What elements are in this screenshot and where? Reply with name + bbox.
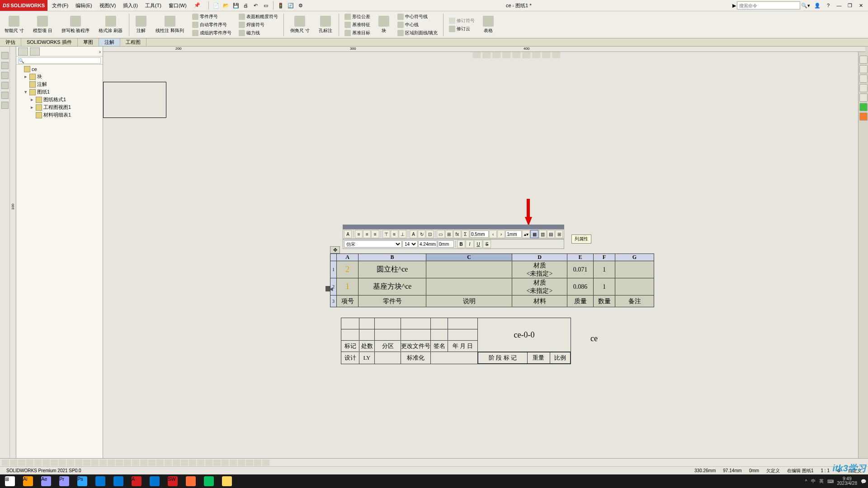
new-icon[interactable]: 📄 xyxy=(212,1,221,10)
table-header-row[interactable]: 3 项号 零件号 说明 材料 质量 数量 备注 xyxy=(330,296,654,307)
cell-note[interactable] xyxy=(615,278,654,296)
traffic-icon[interactable]: 🚦 xyxy=(276,1,285,10)
bt-6-icon[interactable] xyxy=(42,460,50,466)
save-icon[interactable]: 💾 xyxy=(231,1,241,10)
tb-wechat-icon[interactable] xyxy=(201,475,217,487)
tree-tab-feature-icon[interactable] xyxy=(18,47,28,56)
datum-feature-button[interactable]: 基准特征 xyxy=(343,21,372,28)
bt-32-icon[interactable] xyxy=(254,460,261,466)
cell-mass[interactable]: 0.071 xyxy=(567,261,594,278)
strike-icon[interactable]: S xyxy=(483,240,491,248)
bt-31-icon[interactable] xyxy=(246,460,253,466)
bt-9-icon[interactable] xyxy=(67,460,74,466)
merge-icon[interactable]: ▭ xyxy=(437,230,444,238)
bt-14-icon[interactable] xyxy=(108,460,115,466)
menu-window[interactable]: 窗口(W) xyxy=(166,1,189,10)
tb-app2-icon[interactable] xyxy=(110,475,127,487)
col-g[interactable]: G xyxy=(615,254,654,261)
left-tool-4-icon[interactable] xyxy=(1,82,9,89)
cell-qty[interactable]: 1 xyxy=(594,261,615,278)
align-left-icon[interactable]: ≡ xyxy=(355,230,363,238)
menu-file[interactable]: 文件(F) xyxy=(49,1,71,10)
bt-5-icon[interactable] xyxy=(34,460,42,466)
bom-table[interactable]: ✥ ◀◀ A B C D E F G 1 2 圆立柱^ce xyxy=(330,253,654,307)
col-f[interactable]: F xyxy=(594,254,615,261)
bt-22-icon[interactable] xyxy=(173,460,180,466)
table-note-icon[interactable]: A xyxy=(344,230,352,238)
bt-16-icon[interactable] xyxy=(124,460,131,466)
group-balloon-button[interactable]: 成组的零件序号 xyxy=(190,29,233,37)
bt-24-icon[interactable] xyxy=(189,460,196,466)
hdr-mat[interactable]: 材料 xyxy=(512,296,567,307)
table-row[interactable]: 2 1 基座方块^ce 材质 <未指定> 0.086 1 xyxy=(330,278,654,296)
tray-lang2[interactable]: 英 xyxy=(819,478,824,484)
tree-sheet1[interactable]: ▾图纸1 xyxy=(17,88,102,96)
search-play-icon[interactable]: ▶ xyxy=(732,3,736,9)
insert-col-icon[interactable]: ▥ xyxy=(539,230,547,238)
cell-desc[interactable] xyxy=(426,261,512,278)
table-settings-icon[interactable]: ⊞ xyxy=(555,230,563,238)
cell-mat[interactable]: 材质 <未指定> xyxy=(512,261,567,278)
fit-text-icon[interactable]: ⊡ xyxy=(426,230,434,238)
bt-28-icon[interactable] xyxy=(222,460,229,466)
underline-icon[interactable]: U xyxy=(474,240,482,248)
size-select[interactable]: 14 xyxy=(402,240,418,248)
bt-3-icon[interactable] xyxy=(18,460,25,466)
left-tool-3-icon[interactable] xyxy=(1,72,9,79)
chamfer-button[interactable]: 倒角尺 寸 xyxy=(288,15,312,35)
block-button[interactable]: 块 xyxy=(376,15,392,35)
menu-view[interactable]: 视图(V) xyxy=(97,1,119,10)
col-b[interactable]: B xyxy=(359,254,426,261)
open-icon[interactable]: 📂 xyxy=(222,1,231,10)
title-block[interactable]: ce-0-0 标记 处数 分区 更改文件号 签名 年 月 日 设计 LY 标准化 xyxy=(341,318,571,364)
note-button[interactable]: 注解 xyxy=(133,15,149,35)
area-hatch-button[interactable]: 区域剖面线/填充 xyxy=(396,29,440,37)
bt-33-icon[interactable] xyxy=(262,460,269,466)
view-palette-icon[interactable] xyxy=(859,94,868,102)
datum-target-button[interactable]: 基准目标 xyxy=(343,29,372,37)
insert-row-icon[interactable]: ▤ xyxy=(547,230,555,238)
toolbar-drag-handle[interactable] xyxy=(343,225,564,229)
surface-finish-button[interactable]: 表面粗糙度符号 xyxy=(237,13,280,20)
tree-collapse-icon[interactable]: › xyxy=(99,49,101,54)
bt-27-icon[interactable] xyxy=(213,460,221,466)
tray-keyboard-icon[interactable]: ⌨ xyxy=(827,479,834,484)
close-icon[interactable]: ✕ xyxy=(857,2,864,9)
custom-props-icon[interactable] xyxy=(859,113,868,121)
menu-insert[interactable]: 插入(I) xyxy=(120,1,140,10)
equation-icon[interactable]: fx xyxy=(453,230,461,238)
bt-15-icon[interactable] xyxy=(116,460,123,466)
bt-18-icon[interactable] xyxy=(140,460,147,466)
menu-edit[interactable]: 编辑(E) xyxy=(73,1,95,10)
font-color-icon[interactable]: A xyxy=(410,230,417,238)
bt-19-icon[interactable] xyxy=(148,460,156,466)
col-d[interactable]: D xyxy=(512,254,567,261)
print-icon[interactable]: 🖨 xyxy=(241,1,250,10)
hole-callout-button[interactable]: 孔标注 xyxy=(316,15,335,35)
bt-7-icon[interactable] xyxy=(51,460,58,466)
cell-itemno[interactable]: 2 xyxy=(337,261,359,278)
hdr-desc[interactable]: 说明 xyxy=(426,296,512,307)
hdr-itemno[interactable]: 项号 xyxy=(337,296,359,307)
drawing-canvas[interactable]: ▫ ⊞ — ❐ ✕ C D E A ≡ ≡ ≡ ⊤ ≡ ⊥ xyxy=(103,47,858,472)
linear-note-button[interactable]: 线性注 释阵列 xyxy=(153,15,187,35)
tb-pr-icon[interactable]: Pr xyxy=(56,475,72,487)
resources-icon[interactable] xyxy=(859,65,868,73)
border-thickness2-input[interactable] xyxy=(505,230,522,238)
tb-ai-icon[interactable]: Ai xyxy=(20,475,36,487)
menu-pin-icon[interactable]: 📌 xyxy=(191,1,203,10)
valign-top-icon[interactable]: ⊤ xyxy=(382,230,390,238)
left-tool-2-icon[interactable] xyxy=(1,62,9,69)
minimize-icon[interactable]: — xyxy=(835,2,843,9)
tab-drawing[interactable]: 工程图 xyxy=(120,38,146,46)
tree-annotations[interactable]: 注解 xyxy=(17,80,102,88)
weld-button[interactable]: 焊接符号 xyxy=(237,21,280,28)
valign-mid-icon[interactable]: ≡ xyxy=(391,230,398,238)
tray-notif-icon[interactable]: 💬 xyxy=(861,479,866,484)
bt-10-icon[interactable] xyxy=(75,460,82,466)
undo-icon[interactable]: ↶ xyxy=(251,1,260,10)
tree-blocks[interactable]: ▸块 xyxy=(17,73,102,80)
tables-button[interactable]: 表格 xyxy=(480,15,496,35)
auto-balloon-button[interactable]: 自动零件序号 xyxy=(190,21,233,28)
cell-note[interactable] xyxy=(615,261,654,278)
